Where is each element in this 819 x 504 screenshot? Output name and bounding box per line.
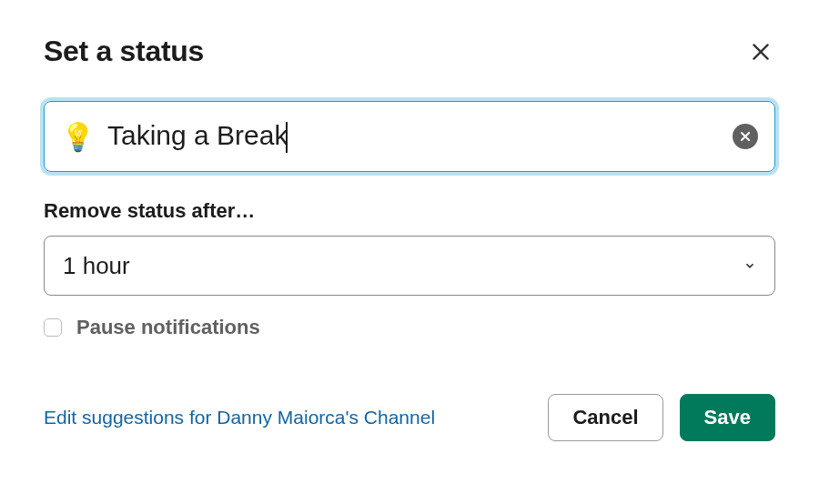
button-group: Cancel Save	[548, 394, 775, 441]
pause-notifications-label: Pause notifications	[76, 316, 260, 339]
pause-notifications-checkbox[interactable]	[44, 318, 62, 337]
pause-notifications-row: Pause notifications	[44, 316, 775, 339]
light-bulb-icon[interactable]: 💡	[61, 121, 95, 153]
duration-select[interactable]: 1 hour	[44, 236, 775, 296]
close-button[interactable]	[746, 37, 775, 66]
edit-suggestions-link[interactable]: Edit suggestions for Danny Maiorca's Cha…	[44, 407, 435, 428]
save-button[interactable]: Save	[680, 394, 775, 441]
close-icon	[749, 40, 773, 64]
status-text-field[interactable]: Taking a Break	[107, 120, 733, 153]
dialog-title: Set a status	[44, 35, 204, 68]
chevron-down-icon	[743, 259, 756, 272]
duration-selected-value: 1 hour	[63, 252, 130, 280]
text-cursor	[286, 122, 288, 153]
status-text-value: Taking a Break	[107, 120, 288, 150]
clear-status-button[interactable]	[733, 124, 758, 149]
x-icon	[739, 130, 752, 143]
dialog-header: Set a status	[44, 35, 775, 68]
remove-status-label: Remove status after…	[44, 199, 775, 223]
cancel-button[interactable]: Cancel	[548, 394, 662, 441]
status-input[interactable]: 💡 Taking a Break	[44, 101, 775, 172]
dialog-footer: Edit suggestions for Danny Maiorca's Cha…	[44, 394, 775, 441]
